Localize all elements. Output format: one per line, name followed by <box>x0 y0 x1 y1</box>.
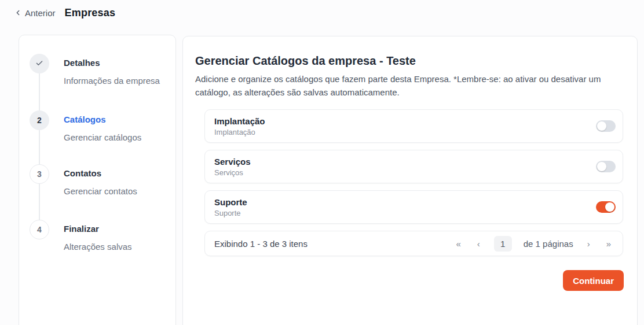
step-text: Contatos Gerenciar contatos <box>64 164 137 197</box>
step-item-contatos[interactable]: 3 Contatos Gerenciar contatos <box>30 164 169 197</box>
step-item-finalizar[interactable]: 4 Finalizar Alterações salvas <box>30 220 169 252</box>
catalog-list: Implantação Implantação Serviços Serviço… <box>204 109 623 256</box>
step-item-detalhes[interactable]: Detalhes Informações da empresa <box>30 54 169 86</box>
step-subtitle: Alterações salvas <box>64 242 132 252</box>
catalog-row: Serviços Serviços <box>204 150 623 183</box>
step-title: Detalhes <box>64 58 160 68</box>
stepper-sidebar: Detalhes Informações da empresa 2 Catálo… <box>19 35 176 325</box>
step-number-indicator: 2 <box>30 110 49 130</box>
page-title: Empresas <box>65 7 116 19</box>
catalog-row-text: Implantação Implantação <box>214 116 265 136</box>
catalog-name: Suporte <box>214 197 247 207</box>
pagination-controls: « ‹ 1 de 1 páginas › » <box>453 236 613 252</box>
toggle-knob <box>597 162 606 171</box>
step-text: Finalizar Alterações salvas <box>64 220 132 252</box>
pagination-summary: Exibindo 1 - 3 de 3 itens <box>214 239 308 249</box>
pagination-bar: Exibindo 1 - 3 de 3 itens « ‹ 1 de 1 pág… <box>204 231 623 256</box>
catalog-description: Serviços <box>214 168 251 177</box>
catalog-description: Suporte <box>214 209 247 217</box>
step-number-indicator: 3 <box>30 164 49 184</box>
catalog-name: Serviços <box>214 157 251 167</box>
catalog-toggle[interactable] <box>596 161 616 172</box>
check-icon <box>35 58 44 69</box>
back-label: Anterior <box>25 8 56 18</box>
step-text: Detalhes Informações da empresa <box>64 54 160 86</box>
step-subtitle: Gerenciar catálogos <box>64 132 141 143</box>
next-page-button[interactable]: › <box>585 238 592 250</box>
section-description: Adicione e organize os catálogos que faz… <box>195 72 602 99</box>
step-item-catalogos[interactable]: 2 Catálogos Gerenciar catálogos <box>30 110 169 143</box>
section-heading: Gerenciar Catálogos da empresa - Teste <box>195 54 623 68</box>
catalog-row: Implantação Implantação <box>204 109 623 143</box>
first-page-button[interactable]: « <box>453 238 463 250</box>
screen: Anterior Empresas Detalhes Informações d… <box>0 0 644 325</box>
continue-button[interactable]: Continuar <box>563 270 624 291</box>
catalog-row: Suporte Suporte <box>204 190 623 224</box>
catalog-toggle[interactable] <box>596 120 616 132</box>
last-page-button[interactable]: » <box>604 238 613 250</box>
step-title: Catálogos <box>64 115 141 125</box>
catalog-toggle[interactable] <box>596 201 616 213</box>
step-subtitle: Informações da empresa <box>64 76 160 86</box>
step-done-indicator <box>30 54 49 73</box>
step-title: Contatos <box>64 168 137 179</box>
step-number-indicator: 4 <box>30 220 49 239</box>
catalog-row-text: Serviços Serviços <box>214 157 251 177</box>
catalog-name: Implantação <box>214 116 265 126</box>
step-text: Catálogos Gerenciar catálogos <box>64 110 141 143</box>
pages-count-label: de 1 páginas <box>524 239 573 249</box>
toggle-knob <box>597 121 606 131</box>
catalog-description: Implantação <box>214 128 265 136</box>
main-panel: Gerenciar Catálogos da empresa - Teste A… <box>182 36 638 325</box>
toggle-knob <box>605 202 614 212</box>
main-inner: Gerenciar Catálogos da empresa - Teste A… <box>183 36 637 325</box>
back-button[interactable]: Anterior <box>14 8 56 18</box>
step-title: Finalizar <box>64 224 132 234</box>
catalog-row-text: Suporte Suporte <box>214 197 247 217</box>
chevron-left-icon <box>14 9 22 17</box>
previous-page-button[interactable]: ‹ <box>475 238 482 250</box>
stepper-connector-line <box>39 64 40 230</box>
current-page-indicator[interactable]: 1 <box>494 236 512 252</box>
step-subtitle: Gerenciar contatos <box>64 186 137 197</box>
topbar: Anterior Empresas <box>14 0 115 25</box>
